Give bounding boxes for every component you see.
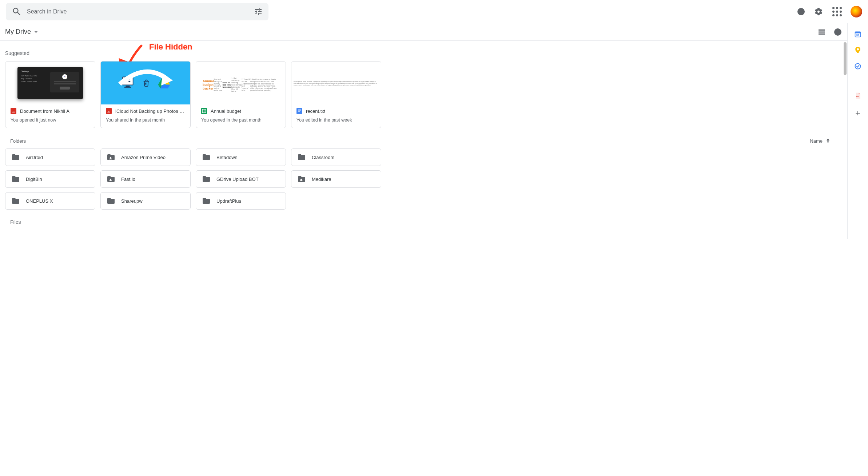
folder-icon — [11, 197, 20, 205]
suggested-label: Suggested — [5, 50, 846, 56]
settings-icon[interactable] — [814, 7, 823, 16]
suggested-card[interactable]: Annual budget tracker Plan and track you… — [196, 61, 286, 128]
folder-name: ONEPLUS X — [26, 198, 53, 204]
folder-icon — [297, 153, 306, 162]
folder-icon — [11, 175, 20, 183]
card-thumbnail: Annual budget tracker Plan and track you… — [196, 62, 286, 104]
folder-item[interactable]: DigitBin — [5, 170, 95, 188]
svg-point-27 — [110, 179, 111, 180]
folder-item[interactable]: Betadown — [196, 148, 286, 166]
image-file-icon — [106, 108, 112, 114]
card-subtitle: You shared in the past month — [106, 118, 185, 123]
image-file-icon — [11, 108, 16, 114]
folders-label: Folders — [10, 138, 26, 144]
folder-name: Amazon Prime Video — [121, 155, 166, 160]
svg-text:PDF: PDF — [856, 95, 860, 97]
folder-name: Classroom — [312, 155, 334, 160]
svg-point-4 — [837, 30, 838, 31]
breadcrumb-my-drive[interactable]: My Drive — [5, 28, 40, 36]
card-title: Document from Nikhil A — [20, 108, 69, 114]
folder-name: UpdraftPlus — [216, 198, 241, 204]
folder-name: AirDroid — [26, 155, 43, 160]
svg-rect-23 — [298, 110, 301, 110]
folder-name: GDrive Upload BOT — [216, 176, 259, 182]
help-icon[interactable] — [797, 7, 805, 16]
folder-icon — [202, 197, 211, 205]
pdf-icon[interactable]: PDF — [854, 92, 861, 99]
sheets-file-icon — [201, 108, 207, 114]
svg-point-28 — [300, 179, 302, 180]
folder-name: DigitBin — [26, 176, 42, 182]
suggested-card[interactable]: iCloud Not Backing up Photos … You share… — [100, 61, 191, 128]
folder-item[interactable]: Medikare — [291, 170, 381, 188]
svg-point-7 — [65, 77, 65, 78]
chevron-down-icon — [32, 28, 40, 36]
main-content: My Drive File Hidden Suggested — [0, 23, 848, 239]
folder-name: Sharer.pw — [121, 198, 143, 204]
card-thumbnail: Settings AUTHENTICATIONKey File PathSave… — [5, 62, 95, 104]
card-thumbnail — [101, 62, 190, 104]
google-apps-icon[interactable] — [832, 7, 842, 16]
docs-file-icon — [296, 108, 302, 114]
shared-folder-icon — [107, 153, 115, 162]
add-addon-icon[interactable]: + — [855, 108, 860, 118]
card-subtitle: You edited in the past week — [296, 118, 376, 123]
list-view-icon[interactable] — [817, 28, 826, 36]
files-label: Files — [10, 219, 846, 225]
folder-name: Fast.io — [121, 176, 135, 182]
folder-item[interactable]: Fast.io — [100, 170, 191, 188]
suggested-card[interactable]: Lorem ipsum_dolor_sit/amet, consectetur-… — [291, 61, 381, 128]
shared-folder-icon — [297, 175, 306, 183]
sort-control[interactable]: Name — [810, 138, 831, 144]
folder-grid: AirDroidAmazon Prime VideoBetadownClassr… — [5, 148, 846, 210]
annotation-overlay: File Hidden — [116, 39, 192, 52]
folder-item[interactable]: GDrive Upload BOT — [196, 170, 286, 188]
card-title: Annual budget — [211, 108, 241, 114]
folder-name: Betadown — [216, 155, 238, 160]
suggested-card[interactable]: Settings AUTHENTICATIONKey File PathSave… — [5, 61, 95, 128]
card-title: recent.txt — [306, 108, 325, 114]
svg-rect-17 — [106, 108, 112, 114]
sort-ascending-icon — [825, 138, 831, 144]
svg-point-33 — [857, 48, 859, 51]
svg-rect-32 — [857, 52, 859, 53]
card-thumbnail: Lorem ipsum_dolor_sit/amet, consectetur-… — [291, 62, 381, 104]
breadcrumb-label: My Drive — [5, 28, 31, 36]
svg-rect-24 — [298, 111, 301, 111]
folder-name: Medikare — [312, 176, 331, 182]
folder-icon — [202, 153, 211, 162]
search-icon — [12, 7, 22, 17]
topbar — [0, 0, 868, 23]
sort-label: Name — [810, 138, 823, 144]
folder-icon — [11, 153, 20, 162]
folder-item[interactable]: UpdraftPlus — [196, 192, 286, 210]
card-subtitle: You opened it just now — [11, 118, 90, 123]
shared-folder-icon — [107, 175, 115, 183]
side-panel: 31 PDF + — [848, 23, 868, 239]
info-icon[interactable] — [833, 28, 842, 36]
svg-point-26 — [110, 157, 111, 158]
svg-point-1 — [801, 13, 801, 14]
folder-item[interactable]: Classroom — [291, 148, 381, 166]
folder-item[interactable]: AirDroid — [5, 148, 95, 166]
keep-icon[interactable] — [854, 47, 861, 54]
folder-icon — [202, 175, 211, 183]
svg-rect-25 — [298, 111, 300, 112]
search-options-icon[interactable] — [254, 7, 263, 16]
suggested-cards: Settings AUTHENTICATIONKey File PathSave… — [5, 61, 846, 128]
search-input[interactable] — [24, 8, 252, 15]
svg-text:31: 31 — [856, 33, 859, 37]
svg-rect-30 — [855, 32, 861, 33]
tasks-icon[interactable] — [854, 63, 861, 70]
search-box[interactable] — [6, 3, 268, 20]
folder-item[interactable]: ONEPLUS X — [5, 192, 95, 210]
card-subtitle: You opened in the past month — [201, 118, 280, 123]
calendar-icon[interactable]: 31 — [854, 31, 861, 38]
location-bar: My Drive — [0, 23, 847, 41]
folder-item[interactable]: Amazon Prime Video — [100, 148, 191, 166]
svg-point-5 — [64, 76, 65, 78]
account-avatar[interactable] — [851, 6, 862, 17]
folder-icon — [107, 197, 115, 205]
folder-item[interactable]: Sharer.pw — [100, 192, 191, 210]
svg-rect-8 — [11, 108, 16, 114]
